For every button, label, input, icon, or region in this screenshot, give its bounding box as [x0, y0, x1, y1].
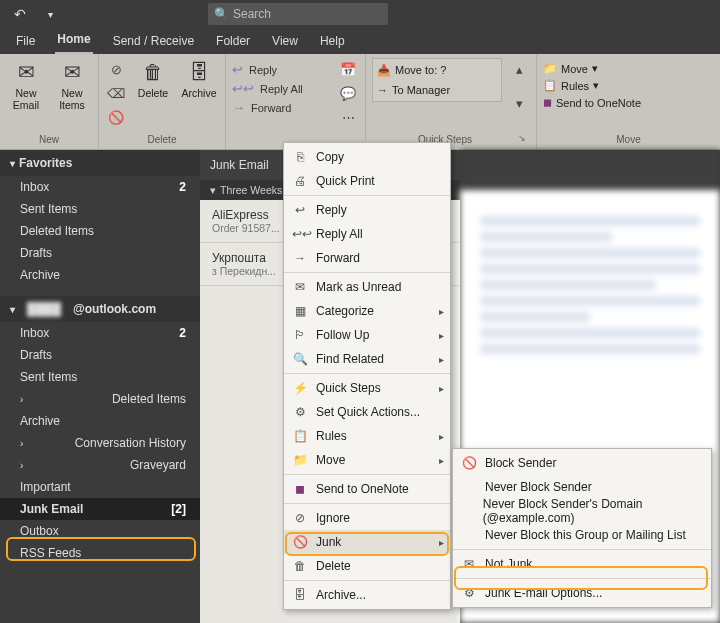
context-menu: ⎘Copy 🖨Quick Print ↩Reply ↩↩Reply All →F…: [283, 142, 451, 610]
ctx-categorize[interactable]: ▦Categorize▸: [284, 299, 450, 323]
quicksteps-dialog-launcher[interactable]: ↘: [518, 133, 530, 147]
ctx-move[interactable]: 📁Move▸: [284, 448, 450, 472]
folder-inbox[interactable]: Inbox2: [0, 176, 200, 198]
ctx-mark-unread[interactable]: ✉Mark as Unread: [284, 275, 450, 299]
folder-deleted-items[interactable]: Deleted Items: [0, 220, 200, 242]
archive-label: Archive: [181, 88, 216, 100]
ctx-ignore[interactable]: ⊘Ignore: [284, 506, 450, 530]
quick-steps-gallery[interactable]: 📥Move to: ? →To Manager: [372, 58, 502, 102]
chevron-right-icon: ›: [20, 394, 23, 405]
junk-never-block-group[interactable]: Never Block this Group or Mailing List: [453, 523, 711, 547]
new-items-label: New Items: [52, 88, 92, 111]
tab-file[interactable]: File: [14, 30, 37, 54]
folder-deleted-items-acct[interactable]: ›Deleted Items: [0, 388, 200, 410]
chevron-right-icon: ▸: [439, 537, 444, 548]
account-label: @outlook.com: [73, 302, 156, 316]
ribbon-group-new: ✉ New Email ✉ New Items New: [0, 54, 99, 149]
rules-button[interactable]: 📋Rules▾: [543, 79, 641, 92]
more-respond-button[interactable]: ⋯: [337, 106, 359, 128]
quicksteps-down[interactable]: ▾: [508, 92, 530, 114]
ctx-quick-print[interactable]: 🖨Quick Print: [284, 169, 450, 193]
quickstep-tomanager[interactable]: →To Manager: [375, 81, 499, 99]
customize-qat-button[interactable]: ▾: [38, 2, 62, 26]
chevron-right-icon: ›: [20, 460, 23, 471]
folder-sent-items-acct[interactable]: Sent Items: [0, 366, 200, 388]
folder-archive[interactable]: Archive: [0, 264, 200, 286]
folder-junk-email[interactable]: Junk Email[2]: [0, 498, 200, 520]
archive-button[interactable]: 🗄 Archive: [179, 58, 219, 100]
envelope-icon: ✉: [461, 557, 477, 571]
delete-button[interactable]: 🗑 Delete: [133, 58, 173, 100]
ctx-archive[interactable]: 🗄Archive...: [284, 583, 450, 607]
reply-all-button[interactable]: ↩↩Reply All: [232, 81, 303, 96]
search-icon: 🔍: [292, 352, 308, 366]
ctx-send-to-onenote[interactable]: ◼Send to OneNote: [284, 477, 450, 501]
moveto-icon: 📥: [377, 64, 391, 77]
ctx-follow-up[interactable]: 🏳Follow Up▸: [284, 323, 450, 347]
search-box[interactable]: 🔍 Search: [208, 3, 388, 25]
folder-outbox[interactable]: Outbox: [0, 520, 200, 542]
inbox-unread-count-acct: 2: [179, 326, 186, 340]
ctx-reply-all[interactable]: ↩↩Reply All: [284, 222, 450, 246]
tab-folder[interactable]: Folder: [214, 30, 252, 54]
quickstep-moveto[interactable]: 📥Move to: ?: [375, 61, 499, 79]
move-icon: 📁: [543, 62, 557, 75]
forward-label: Forward: [251, 102, 291, 114]
tab-send-receive[interactable]: Send / Receive: [111, 30, 196, 54]
junk-block-sender[interactable]: 🚫Block Sender: [453, 451, 711, 475]
folder-inbox-acct[interactable]: Inbox2: [0, 322, 200, 344]
search-placeholder: Search: [233, 7, 271, 21]
tab-view[interactable]: View: [270, 30, 300, 54]
junk-never-block-sender[interactable]: Never Block Sender: [453, 475, 711, 499]
ctx-junk[interactable]: 🚫Junk▸: [284, 530, 450, 554]
list-folder-title: Junk Email: [210, 158, 269, 172]
ignore-button[interactable]: ⊘: [105, 58, 127, 80]
cleanup-button[interactable]: ⌫: [105, 82, 127, 104]
folder-rss-feeds[interactable]: RSS Feeds: [0, 542, 200, 564]
junk-never-block-domain[interactable]: Never Block Sender's Domain (@example.co…: [453, 499, 711, 523]
im-button[interactable]: 💬: [337, 82, 359, 104]
tomanager-icon: →: [377, 84, 388, 96]
move-button[interactable]: 📁Move▾: [543, 62, 641, 75]
ribbon-group-respond: ↩Reply ↩↩Reply All →Forward 📅 💬 ⋯: [226, 54, 366, 149]
ctx-find-related[interactable]: 🔍Find Related▸: [284, 347, 450, 371]
new-email-button[interactable]: ✉ New Email: [6, 58, 46, 111]
onenote-button[interactable]: ◼Send to OneNote: [543, 96, 641, 109]
quicksteps-up[interactable]: ▴: [508, 58, 530, 80]
ctx-reply[interactable]: ↩Reply: [284, 198, 450, 222]
reply-icon: ↩: [292, 203, 308, 217]
copy-icon: ⎘: [292, 150, 308, 164]
title-bar: ↶ ▾ 🔍 Search: [0, 0, 720, 28]
folder-conversation-history[interactable]: ›Conversation History: [0, 432, 200, 454]
undo-button[interactable]: ↶: [8, 2, 32, 26]
favorites-header[interactable]: ▾Favorites: [0, 150, 200, 176]
reply-all-icon: ↩↩: [292, 227, 308, 241]
junk-email-options[interactable]: ⚙Junk E-mail Options...: [453, 581, 711, 605]
folder-drafts-acct[interactable]: Drafts: [0, 344, 200, 366]
ctx-copy[interactable]: ⎘Copy: [284, 145, 450, 169]
ctx-quick-steps[interactable]: ⚡Quick Steps▸: [284, 376, 450, 400]
ctx-delete[interactable]: 🗑Delete: [284, 554, 450, 578]
tab-help[interactable]: Help: [318, 30, 347, 54]
junk-button[interactable]: 🚫: [105, 106, 127, 128]
ctx-forward[interactable]: →Forward: [284, 246, 450, 270]
delete-label: Delete: [138, 88, 168, 100]
chevron-right-icon: ▸: [439, 354, 444, 365]
account-header[interactable]: ▾████@outlook.com: [0, 296, 200, 322]
onenote-icon: ◼: [292, 482, 308, 496]
junk-not-junk[interactable]: ✉Not Junk: [453, 552, 711, 576]
forward-button[interactable]: →Forward: [232, 100, 303, 115]
folder-archive-acct[interactable]: Archive: [0, 410, 200, 432]
folder-drafts[interactable]: Drafts: [0, 242, 200, 264]
reply-button[interactable]: ↩Reply: [232, 62, 303, 77]
folder-sent-items[interactable]: Sent Items: [0, 198, 200, 220]
folder-important[interactable]: Important: [0, 476, 200, 498]
favorites-label: Favorites: [19, 156, 72, 170]
meeting-button[interactable]: 📅: [337, 58, 359, 80]
new-items-button[interactable]: ✉ New Items: [52, 58, 92, 111]
tab-home[interactable]: Home: [55, 28, 92, 54]
folder-graveyard[interactable]: ›Graveyard: [0, 454, 200, 476]
ctx-rules[interactable]: 📋Rules▸: [284, 424, 450, 448]
ctx-set-quick-actions[interactable]: ⚙Set Quick Actions...: [284, 400, 450, 424]
onenote-icon: ◼: [543, 96, 552, 109]
